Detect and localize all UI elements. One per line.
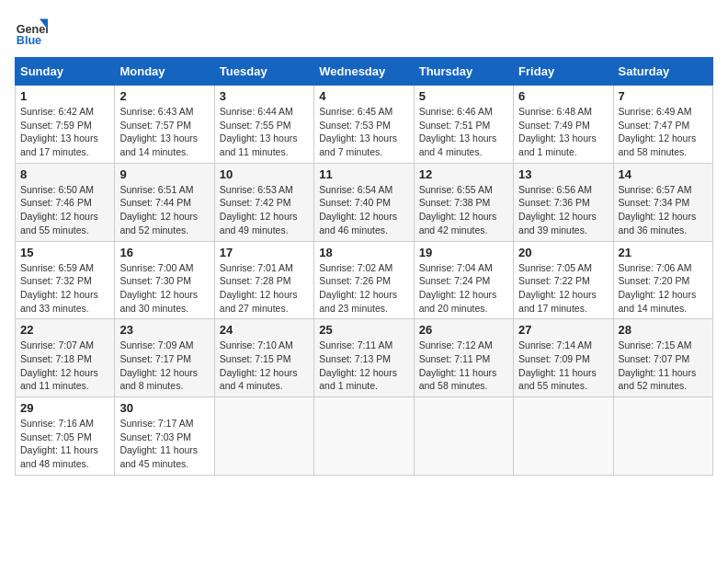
calendar-cell <box>214 397 313 476</box>
day-header: Saturday <box>613 58 712 86</box>
calendar-cell: 28Sunrise: 7:15 AMSunset: 7:07 PMDayligh… <box>613 319 712 397</box>
day-number: 12 <box>419 167 508 181</box>
day-header: Monday <box>115 58 214 86</box>
cell-info: Sunrise: 7:06 AMSunset: 7:20 PMDaylight:… <box>619 261 708 316</box>
calendar-cell <box>514 397 613 476</box>
cell-info: Sunrise: 6:49 AMSunset: 7:47 PMDaylight:… <box>619 105 708 159</box>
cell-info: Sunrise: 6:53 AMSunset: 7:42 PMDaylight:… <box>220 183 309 237</box>
page-header: General Blue <box>15 15 713 48</box>
day-header: Friday <box>514 58 613 86</box>
calendar-cell: 17Sunrise: 7:01 AMSunset: 7:28 PMDayligh… <box>214 241 313 319</box>
day-number: 17 <box>220 246 309 259</box>
calendar-cell <box>414 397 513 476</box>
calendar-cell: 8Sunrise: 6:50 AMSunset: 7:46 PMDaylight… <box>16 163 115 241</box>
day-number: 15 <box>20 246 109 259</box>
calendar-cell: 5Sunrise: 6:46 AMSunset: 7:51 PMDaylight… <box>414 86 513 164</box>
calendar-cell: 14Sunrise: 6:57 AMSunset: 7:34 PMDayligh… <box>613 163 712 241</box>
cell-info: Sunrise: 6:54 AMSunset: 7:40 PMDaylight:… <box>319 183 408 237</box>
calendar-cell: 3Sunrise: 6:44 AMSunset: 7:55 PMDaylight… <box>214 86 313 164</box>
calendar-cell: 6Sunrise: 6:48 AMSunset: 7:49 PMDaylight… <box>514 86 613 164</box>
cell-info: Sunrise: 6:57 AMSunset: 7:34 PMDaylight:… <box>619 183 708 237</box>
cell-info: Sunrise: 7:05 AMSunset: 7:22 PMDaylight:… <box>518 261 608 316</box>
day-number: 19 <box>419 246 508 259</box>
day-number: 21 <box>619 246 708 259</box>
calendar-week-row: 8Sunrise: 6:50 AMSunset: 7:46 PMDaylight… <box>16 163 713 241</box>
cell-info: Sunrise: 7:07 AMSunset: 7:18 PMDaylight:… <box>20 339 109 393</box>
calendar-cell: 13Sunrise: 6:56 AMSunset: 7:36 PMDayligh… <box>514 163 613 241</box>
calendar-week-row: 1Sunrise: 6:42 AMSunset: 7:59 PMDaylight… <box>16 86 713 164</box>
calendar-cell: 24Sunrise: 7:10 AMSunset: 7:15 PMDayligh… <box>214 319 313 397</box>
day-number: 25 <box>319 323 408 337</box>
cell-info: Sunrise: 7:02 AMSunset: 7:26 PMDaylight:… <box>319 261 408 316</box>
calendar-cell: 10Sunrise: 6:53 AMSunset: 7:42 PMDayligh… <box>214 163 313 241</box>
calendar-header-row: SundayMondayTuesdayWednesdayThursdayFrid… <box>16 58 713 86</box>
cell-info: Sunrise: 7:11 AMSunset: 7:13 PMDaylight:… <box>319 339 408 393</box>
day-header: Thursday <box>414 58 513 86</box>
cell-info: Sunrise: 6:42 AMSunset: 7:59 PMDaylight:… <box>20 105 109 159</box>
day-number: 14 <box>619 167 708 181</box>
logo: General Blue <box>15 15 48 48</box>
cell-info: Sunrise: 6:45 AMSunset: 7:53 PMDaylight:… <box>319 105 408 159</box>
day-number: 10 <box>220 167 309 181</box>
day-number: 16 <box>119 246 209 259</box>
cell-info: Sunrise: 7:14 AMSunset: 7:09 PMDaylight:… <box>518 339 608 393</box>
day-number: 1 <box>20 89 109 103</box>
logo-icon: General Blue <box>15 15 48 48</box>
calendar-cell: 7Sunrise: 6:49 AMSunset: 7:47 PMDaylight… <box>613 86 712 164</box>
day-number: 11 <box>319 167 408 181</box>
cell-info: Sunrise: 7:12 AMSunset: 7:11 PMDaylight:… <box>419 339 508 393</box>
cell-info: Sunrise: 6:59 AMSunset: 7:32 PMDaylight:… <box>20 261 109 316</box>
day-header: Tuesday <box>214 58 313 86</box>
calendar-cell: 30Sunrise: 7:17 AMSunset: 7:03 PMDayligh… <box>115 397 214 476</box>
calendar-cell: 11Sunrise: 6:54 AMSunset: 7:40 PMDayligh… <box>314 163 414 241</box>
day-number: 13 <box>518 167 608 181</box>
cell-info: Sunrise: 7:17 AMSunset: 7:03 PMDaylight:… <box>119 417 209 471</box>
day-number: 8 <box>20 167 109 181</box>
day-header: Wednesday <box>314 58 414 86</box>
calendar-week-row: 22Sunrise: 7:07 AMSunset: 7:18 PMDayligh… <box>16 319 713 397</box>
day-number: 22 <box>20 323 109 337</box>
cell-info: Sunrise: 7:10 AMSunset: 7:15 PMDaylight:… <box>220 339 309 393</box>
svg-text:Blue: Blue <box>17 34 41 47</box>
calendar-cell: 15Sunrise: 6:59 AMSunset: 7:32 PMDayligh… <box>16 241 115 319</box>
calendar-cell: 4Sunrise: 6:45 AMSunset: 7:53 PMDaylight… <box>314 86 414 164</box>
day-number: 24 <box>220 323 309 337</box>
cell-info: Sunrise: 6:46 AMSunset: 7:51 PMDaylight:… <box>419 105 508 159</box>
cell-info: Sunrise: 6:44 AMSunset: 7:55 PMDaylight:… <box>220 105 309 159</box>
day-number: 6 <box>518 89 608 103</box>
calendar-week-row: 29Sunrise: 7:16 AMSunset: 7:05 PMDayligh… <box>16 397 713 476</box>
day-number: 4 <box>319 89 408 103</box>
calendar-cell: 25Sunrise: 7:11 AMSunset: 7:13 PMDayligh… <box>314 319 414 397</box>
cell-info: Sunrise: 7:09 AMSunset: 7:17 PMDaylight:… <box>119 339 209 393</box>
cell-info: Sunrise: 6:43 AMSunset: 7:57 PMDaylight:… <box>119 105 209 159</box>
cell-info: Sunrise: 7:00 AMSunset: 7:30 PMDaylight:… <box>119 261 209 316</box>
day-number: 28 <box>619 323 708 337</box>
calendar-body: 1Sunrise: 6:42 AMSunset: 7:59 PMDaylight… <box>16 86 713 476</box>
day-number: 30 <box>119 401 209 415</box>
calendar-cell: 27Sunrise: 7:14 AMSunset: 7:09 PMDayligh… <box>514 319 613 397</box>
calendar-cell: 1Sunrise: 6:42 AMSunset: 7:59 PMDaylight… <box>16 86 115 164</box>
calendar-cell: 16Sunrise: 7:00 AMSunset: 7:30 PMDayligh… <box>115 241 214 319</box>
calendar-table: SundayMondayTuesdayWednesdayThursdayFrid… <box>15 57 713 476</box>
day-number: 26 <box>419 323 508 337</box>
calendar-cell <box>613 397 712 476</box>
calendar-cell: 22Sunrise: 7:07 AMSunset: 7:18 PMDayligh… <box>16 319 115 397</box>
calendar-cell: 18Sunrise: 7:02 AMSunset: 7:26 PMDayligh… <box>314 241 414 319</box>
day-number: 2 <box>119 89 209 103</box>
cell-info: Sunrise: 6:48 AMSunset: 7:49 PMDaylight:… <box>518 105 608 159</box>
cell-info: Sunrise: 7:01 AMSunset: 7:28 PMDaylight:… <box>220 261 309 316</box>
day-number: 20 <box>518 246 608 259</box>
day-number: 18 <box>319 246 408 259</box>
calendar-cell: 9Sunrise: 6:51 AMSunset: 7:44 PMDaylight… <box>115 163 214 241</box>
day-number: 9 <box>119 167 209 181</box>
day-number: 5 <box>419 89 508 103</box>
calendar-cell: 20Sunrise: 7:05 AMSunset: 7:22 PMDayligh… <box>514 241 613 319</box>
calendar-cell: 21Sunrise: 7:06 AMSunset: 7:20 PMDayligh… <box>613 241 712 319</box>
cell-info: Sunrise: 6:56 AMSunset: 7:36 PMDaylight:… <box>518 183 608 237</box>
cell-info: Sunrise: 7:04 AMSunset: 7:24 PMDaylight:… <box>419 261 508 316</box>
calendar-cell: 12Sunrise: 6:55 AMSunset: 7:38 PMDayligh… <box>414 163 513 241</box>
calendar-cell: 19Sunrise: 7:04 AMSunset: 7:24 PMDayligh… <box>414 241 513 319</box>
calendar-week-row: 15Sunrise: 6:59 AMSunset: 7:32 PMDayligh… <box>16 241 713 319</box>
day-header: Sunday <box>16 58 115 86</box>
calendar-cell: 23Sunrise: 7:09 AMSunset: 7:17 PMDayligh… <box>115 319 214 397</box>
